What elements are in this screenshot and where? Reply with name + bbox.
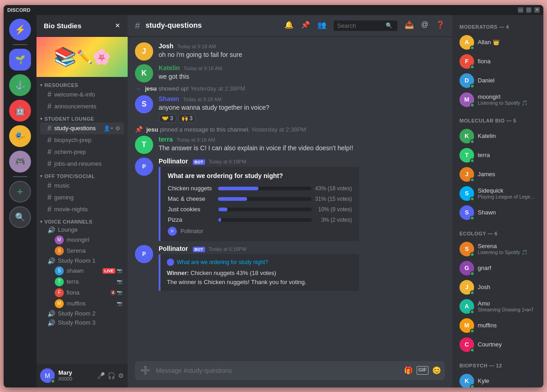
online-dot: [470, 384, 475, 387]
online-indicator: [51, 379, 55, 383]
members-icon[interactable]: 👥: [317, 20, 326, 31]
message-content: Pollinator BOT Today at 6:18PM What are …: [159, 245, 445, 291]
list-item[interactable]: K Kyle: [456, 372, 540, 387]
inbox-icon[interactable]: 📥: [405, 20, 414, 31]
channel-movie-nights[interactable]: # movie-nights: [40, 204, 124, 215]
help-icon[interactable]: ❓: [436, 20, 445, 31]
message-author[interactable]: Katelin: [159, 64, 180, 71]
system-message-2: 📌 jesu pinned a message to this channel.…: [128, 125, 452, 134]
list-item[interactable]: J James: [456, 165, 540, 183]
server-header[interactable]: Bio Studies ✕: [36, 15, 128, 37]
section-resources-header[interactable]: ▾ RESOURCES: [36, 81, 128, 89]
poll-bar-4: [218, 218, 221, 222]
avatar: S: [459, 205, 474, 220]
server-icon-3[interactable]: 🤖: [9, 100, 31, 122]
voice-channel-lounge[interactable]: 🔊 Lounge: [40, 225, 124, 234]
channel-biopsych-prep[interactable]: # biopsych-prep: [40, 134, 124, 146]
reaction-btn[interactable]: 🤝3: [159, 114, 176, 123]
voice-study-room-3-label: Study Room 3: [58, 319, 95, 326]
search-input[interactable]: [337, 22, 383, 29]
gift-icon[interactable]: 🎁: [404, 366, 413, 375]
server-icon-2[interactable]: ⚓: [9, 74, 31, 96]
voice-channel-study-room-1[interactable]: 🔊 Study Room 1: [40, 256, 124, 265]
minimize-btn[interactable]: —: [518, 7, 523, 13]
voice-channel-study-room-2[interactable]: 🔊 Study Room 2: [40, 309, 124, 318]
emoji-icon[interactable]: 😊: [432, 366, 441, 375]
user-info: Mary #0000: [58, 369, 93, 382]
list-item[interactable]: M muffins: [456, 316, 540, 335]
explore-servers-btn[interactable]: 🔍: [9, 206, 31, 228]
list-item[interactable]: T terra: [456, 146, 540, 164]
add-server-btn[interactable]: +: [9, 181, 31, 203]
bell-icon[interactable]: 🔔: [284, 20, 294, 31]
list-item[interactable]: S Serena Listening to Spotify 🎵: [456, 240, 540, 258]
mic-btn[interactable]: 🎤: [97, 372, 105, 379]
winner-ref-text[interactable]: What are we ordering for study night?: [177, 259, 268, 265]
list-item[interactable]: G gnarf: [456, 259, 540, 277]
channel-gaming[interactable]: # gaming: [40, 192, 124, 204]
voice-channel-study-room-3[interactable]: 🔊 Study Room 3: [40, 318, 124, 327]
text-channel-icon-6: #: [47, 160, 52, 168]
list-item[interactable]: J Josh: [456, 278, 540, 296]
gif-icon[interactable]: GIF: [417, 366, 428, 375]
voice-user-moongirl[interactable]: M moongirl: [40, 234, 124, 245]
poll-option-label: Chicken nuggets: [168, 185, 214, 192]
search-box[interactable]: 🔍: [334, 20, 397, 31]
message-author[interactable]: terra: [159, 136, 173, 143]
section-student-lounge-header[interactable]: ▾ STUDENT LOUNGE: [36, 114, 128, 122]
channel-welcome-info[interactable]: # welcome-&-info: [40, 89, 124, 101]
message-input-box: ➕ 🎁 GIF 😊: [135, 361, 445, 380]
list-item[interactable]: M moongirl Listening to Spotify 🎵: [456, 91, 540, 109]
list-item[interactable]: S Sidequick Playing League of Legends 🎮: [456, 184, 540, 203]
message-author[interactable]: Shawn: [159, 95, 179, 102]
add-member-btn[interactable]: 👤+: [103, 125, 114, 132]
headphone-btn[interactable]: 🎧: [108, 372, 115, 379]
message-author[interactable]: Pollinator: [159, 245, 188, 252]
section-student-lounge: ▾ STUDENT LOUNGE # study-questions 👤+ ⚙ …: [36, 114, 128, 170]
message-input-area: ➕ 🎁 GIF 😊: [128, 361, 452, 387]
add-file-btn[interactable]: ➕: [139, 361, 152, 380]
list-item[interactable]: F fiona: [456, 52, 540, 71]
message-input[interactable]: [156, 361, 400, 380]
system-text: jesu showed up! Yesterday at 2:38PM: [145, 85, 245, 92]
text-channel-icon-4: #: [47, 136, 52, 144]
close-btn[interactable]: ✕: [534, 7, 540, 13]
server-icon-5[interactable]: 🎮: [9, 151, 31, 173]
poll-option: Chicken nuggets 43% (18 votes): [168, 185, 352, 192]
list-item[interactable]: K Katelin: [456, 127, 540, 145]
server-icon-4[interactable]: 🎭: [9, 125, 31, 147]
message-author[interactable]: Pollinator: [159, 158, 188, 165]
channel-music[interactable]: # music: [40, 180, 124, 192]
reaction-btn-2[interactable]: 🙌3: [178, 114, 196, 123]
list-item[interactable]: D Daniel: [456, 71, 540, 90]
channel-announcements[interactable]: # announcements: [40, 101, 124, 112]
voice-user-terra[interactable]: T terra 📷: [40, 276, 124, 287]
channel-study-questions[interactable]: # study-questions 👤+ ⚙: [40, 122, 124, 134]
message-author[interactable]: Josh: [159, 42, 174, 50]
settings-btn[interactable]: ⚙: [115, 125, 120, 132]
member-status: Listening to Spotify 🎵: [478, 249, 536, 255]
list-item[interactable]: C Courtney: [456, 336, 540, 354]
channel-ochem-prep[interactable]: # ochem-prep: [40, 146, 124, 158]
maximize-btn[interactable]: □: [526, 7, 532, 13]
server-icon-1[interactable]: 🌱: [9, 49, 31, 71]
section-off-topic-header[interactable]: ▾ OFF TOPIC/SOCIAL: [36, 172, 128, 180]
list-item[interactable]: A Allan 👑: [456, 33, 540, 51]
biopsych-header: BIOPSYCH — 12: [456, 361, 540, 370]
chevron-icon-4: ▾: [40, 219, 43, 224]
avatar: J: [135, 42, 153, 61]
voice-user-serena[interactable]: S Serena: [40, 245, 124, 256]
voice-user-fiona[interactable]: F fiona 🔇 📷: [40, 287, 124, 298]
pin-icon[interactable]: 📌: [301, 20, 310, 31]
channel-jobs-resumes[interactable]: # jobs-and-resumes: [40, 158, 124, 170]
settings-gear-btn[interactable]: ⚙: [118, 372, 124, 379]
member-info: Daniel: [478, 77, 536, 84]
voice-user-shawn[interactable]: S shawn LIVE 📷: [40, 265, 124, 276]
section-voice-header[interactable]: ▾ VOICE CHANNELS: [36, 217, 128, 225]
voice-user-muffins[interactable]: M muffins 📷: [40, 298, 124, 309]
at-icon[interactable]: @: [421, 20, 428, 31]
discord-home-icon[interactable]: ⚡: [9, 19, 31, 41]
list-item[interactable]: S Shawn: [456, 204, 540, 222]
text-channel-icon-2: #: [47, 102, 52, 111]
list-item[interactable]: A Amo Streaming Drawing 1•a•7: [456, 297, 540, 316]
